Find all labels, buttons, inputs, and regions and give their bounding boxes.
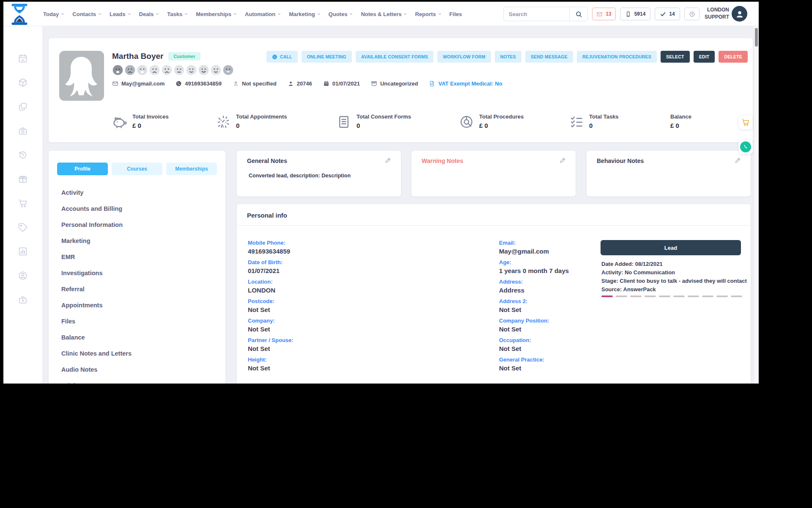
- action-button-notes[interactable]: NOTES: [495, 51, 521, 63]
- field-location-: Location:LONDON: [248, 279, 294, 294]
- sidebar-item-referral[interactable]: Referral: [61, 281, 132, 297]
- sidebar-cart-icon[interactable]: [18, 198, 28, 208]
- mood-6-icon[interactable]: [173, 64, 185, 77]
- phone-button[interactable]: 5914: [620, 8, 650, 20]
- mood-10-icon[interactable]: [222, 64, 234, 77]
- pencil-icon[interactable]: [735, 157, 741, 163]
- nav-item-reports[interactable]: Reports: [415, 11, 442, 17]
- sidebar-item-marketing[interactable]: Marketing: [61, 233, 132, 249]
- nav-item-marketing[interactable]: Marketing: [289, 11, 321, 17]
- field-label: Partner / Spouse:: [248, 337, 294, 344]
- caret-down-icon: [317, 12, 321, 16]
- action-button-available-consent-forms[interactable]: AVAILABLE CONSENT FORMS: [356, 51, 433, 63]
- mood-8-icon[interactable]: [198, 64, 209, 77]
- sidebar-item-personal-information[interactable]: Personal Information: [61, 217, 132, 233]
- action-button-select[interactable]: SELECT: [661, 51, 690, 63]
- sidebar-copy-icon[interactable]: [18, 102, 28, 112]
- sidebar-item-emr[interactable]: EMR: [61, 249, 132, 265]
- tab-memberships[interactable]: Memberships: [166, 163, 217, 175]
- lead-detail-line: Source: AnswerPack: [601, 285, 754, 294]
- action-button-delete[interactable]: DELETE: [719, 51, 748, 63]
- name-row: Martha Boyer Customer: [112, 52, 200, 61]
- nav-item-quotes[interactable]: Quotes: [329, 11, 354, 17]
- call-float-button[interactable]: [738, 140, 753, 154]
- action-button-send-message[interactable]: SEND MESSAGE: [525, 51, 573, 63]
- archive-icon: [371, 80, 377, 87]
- pencil-icon[interactable]: [385, 157, 392, 163]
- field-company-position-: Company Position:Not Set: [499, 318, 569, 333]
- lead-status-button[interactable]: Lead: [601, 240, 741, 255]
- scrollbar-thumb[interactable]: [755, 28, 758, 47]
- nav-item-memberships[interactable]: Memberships: [196, 11, 237, 17]
- sidebar-calendar-icon[interactable]: 12: [18, 53, 28, 64]
- nav-item-deals[interactable]: Deals: [139, 11, 160, 17]
- mood-1-icon[interactable]: [112, 64, 123, 77]
- nav-item-notes-letters[interactable]: Notes & Letters: [361, 11, 407, 17]
- sidebar-item-investigations[interactable]: Investigations: [61, 265, 132, 281]
- personal-info-card: Personal info Mobile Phone:491693634859D…: [237, 204, 751, 384]
- nav-item-leads[interactable]: Leads: [110, 11, 132, 17]
- sidebar-item-audio-notes[interactable]: Audio Notes: [61, 362, 132, 378]
- scrollbar-track[interactable]: [754, 26, 759, 384]
- caret-down-icon: [155, 12, 159, 16]
- mood-3-icon[interactable]: [137, 64, 148, 77]
- mail-button[interactable]: 13: [592, 8, 616, 20]
- action-button-call[interactable]: CALL: [266, 51, 298, 63]
- action-button-online-meeting[interactable]: ONLINE MEETING: [302, 51, 352, 63]
- lead-progress-segment: [645, 295, 656, 297]
- field-label: Postcode:: [248, 298, 294, 305]
- sidebar-item-balance[interactable]: Balance: [61, 329, 132, 345]
- cart-float-button[interactable]: [738, 115, 753, 130]
- sidebar-user-badge-icon[interactable]: [18, 271, 28, 281]
- phone-count: 5914: [634, 11, 646, 17]
- lead-progress-segment: [688, 295, 699, 297]
- sidebar-gift-icon[interactable]: [18, 174, 28, 184]
- mood-2-icon[interactable]: [124, 64, 136, 77]
- sidebar-tag-icon[interactable]: [18, 222, 28, 232]
- lead-detail-line: Date Added: 08/12/2021: [601, 260, 754, 268]
- nav-item-contacts[interactable]: Contacts: [72, 11, 102, 17]
- caret-down-icon: [233, 12, 237, 16]
- sidebar-item-appointments[interactable]: Appointments: [61, 297, 132, 313]
- sidebar-chart-icon[interactable]: [18, 246, 28, 257]
- action-button-edit[interactable]: EDIT: [694, 51, 715, 63]
- nav-item-tasks[interactable]: Tasks: [167, 11, 188, 17]
- sidebar-case-icon[interactable]: [18, 295, 28, 305]
- mood-4-icon[interactable]: [149, 64, 160, 77]
- help-button[interactable]: ?: [684, 8, 700, 20]
- caret-down-icon: [403, 12, 407, 16]
- field-email-: Email:May@gmail.com: [499, 240, 569, 255]
- mood-7-icon[interactable]: [186, 64, 197, 77]
- field-label: Mobile Phone:: [248, 240, 294, 246]
- sidebar-register-icon[interactable]: [18, 126, 28, 136]
- field-label: Address 2:: [499, 298, 569, 305]
- mood-5-icon[interactable]: [161, 64, 173, 77]
- caret-down-icon: [438, 12, 442, 16]
- pencil-icon[interactable]: [560, 157, 566, 163]
- nav-item-today[interactable]: Today: [43, 11, 65, 17]
- search-button[interactable]: [569, 7, 588, 21]
- app-logo-icon[interactable]: [10, 4, 29, 24]
- sidebar-history-icon[interactable]: [18, 150, 28, 160]
- field-label: Location:: [248, 279, 294, 285]
- tasks-button[interactable]: 14: [655, 8, 680, 20]
- sidebar-package-icon[interactable]: [18, 77, 28, 88]
- user-avatar[interactable]: [732, 6, 747, 22]
- action-button-workflow-form[interactable]: WORKFLOW FORM: [437, 51, 491, 63]
- sidebar-item-files[interactable]: Files: [61, 313, 132, 329]
- nav-item-automation[interactable]: Automation: [245, 11, 281, 17]
- tab-courses[interactable]: Courses: [112, 163, 162, 175]
- app-window: TodayContactsLeadsDealsTasksMembershipsA…: [3, 2, 759, 384]
- note-title: General Notes: [247, 157, 287, 164]
- sidebar-item-drink[interactable]: Drink: [61, 378, 132, 384]
- action-button-rejuvenation-procedures[interactable]: REJUVENATION PROCEDURES: [577, 51, 657, 63]
- sidebar-item-activity[interactable]: Activity: [61, 185, 132, 201]
- nav-item-files[interactable]: Files: [450, 11, 462, 17]
- sidebar-item-accounts-and-billing[interactable]: Accounts and Billing: [61, 201, 132, 217]
- sidebar-item-clinic-notes-and-letters[interactable]: Clinic Notes and Letters: [61, 345, 132, 362]
- contact-item: Not specified: [233, 80, 277, 87]
- search-input[interactable]: [503, 7, 569, 21]
- tab-profile[interactable]: Profile: [57, 163, 108, 175]
- mood-9-icon[interactable]: [210, 64, 222, 77]
- customer-badge: Customer: [168, 52, 200, 61]
